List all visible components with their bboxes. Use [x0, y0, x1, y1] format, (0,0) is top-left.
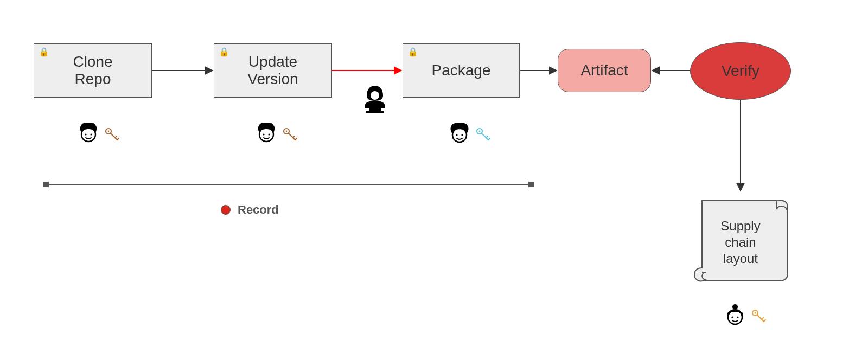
svg-line-34	[762, 318, 763, 319]
record-label: Record	[238, 203, 279, 217]
lock-icon: 🔒	[407, 47, 418, 57]
key-icon	[282, 127, 298, 143]
svg-point-4	[85, 133, 86, 135]
actor-update	[255, 123, 298, 148]
attacker-icon	[361, 85, 388, 115]
node-label: Package	[432, 62, 491, 79]
svg-point-30	[737, 316, 738, 318]
node-verify: Verify	[690, 42, 791, 100]
node-artifact: Artifact	[558, 49, 651, 92]
node-clone-repo: 🔒 CloneRepo	[34, 43, 152, 98]
person-icon	[255, 123, 278, 148]
svg-line-17	[293, 136, 295, 138]
svg-point-0	[371, 91, 379, 100]
svg-point-23	[479, 131, 481, 132]
node-label: Verify	[722, 62, 760, 80]
node-update-version: 🔒 UpdateVersion	[214, 43, 332, 98]
node-label: UpdateVersion	[247, 53, 298, 88]
person-icon	[724, 304, 746, 330]
svg-point-32	[755, 312, 756, 314]
actor-scroll	[724, 304, 767, 330]
svg-point-29	[731, 316, 733, 318]
node-package: 🔒 Package	[403, 43, 520, 98]
track-cap-left	[43, 182, 49, 187]
lock-icon: 🔒	[219, 47, 229, 57]
record-dot-icon	[221, 205, 231, 215]
svg-point-21	[461, 134, 463, 136]
svg-line-35	[764, 320, 765, 322]
key-icon	[104, 127, 120, 143]
svg-rect-2	[366, 111, 384, 113]
diagram-canvas: 🔒 CloneRepo 🔒 UpdateVersion 🔒 Package Ar…	[0, 0, 868, 359]
svg-point-27	[732, 304, 738, 310]
record-track	[49, 184, 528, 185]
lock-icon: 🔒	[39, 47, 49, 57]
person-icon	[77, 123, 100, 148]
node-label: Artifact	[580, 62, 628, 79]
person-icon	[448, 123, 471, 148]
svg-point-5	[90, 133, 92, 135]
svg-point-20	[456, 134, 457, 136]
node-label: CloneRepo	[73, 53, 112, 88]
svg-point-12	[263, 133, 264, 135]
svg-point-7	[108, 131, 110, 132]
svg-line-9	[115, 136, 117, 138]
node-supply-chain-layout: Supplychainlayout	[691, 193, 790, 289]
svg-point-15	[286, 131, 288, 132]
svg-point-13	[268, 133, 270, 135]
key-icon	[475, 127, 492, 143]
key-icon	[751, 309, 767, 325]
svg-line-26	[488, 138, 490, 140]
actor-package	[448, 123, 492, 148]
svg-line-10	[117, 138, 119, 140]
svg-line-25	[486, 136, 488, 138]
svg-line-18	[295, 138, 297, 140]
node-label: Supplychainlayout	[691, 218, 790, 267]
track-cap-right	[528, 182, 534, 187]
actor-clone	[77, 123, 120, 148]
